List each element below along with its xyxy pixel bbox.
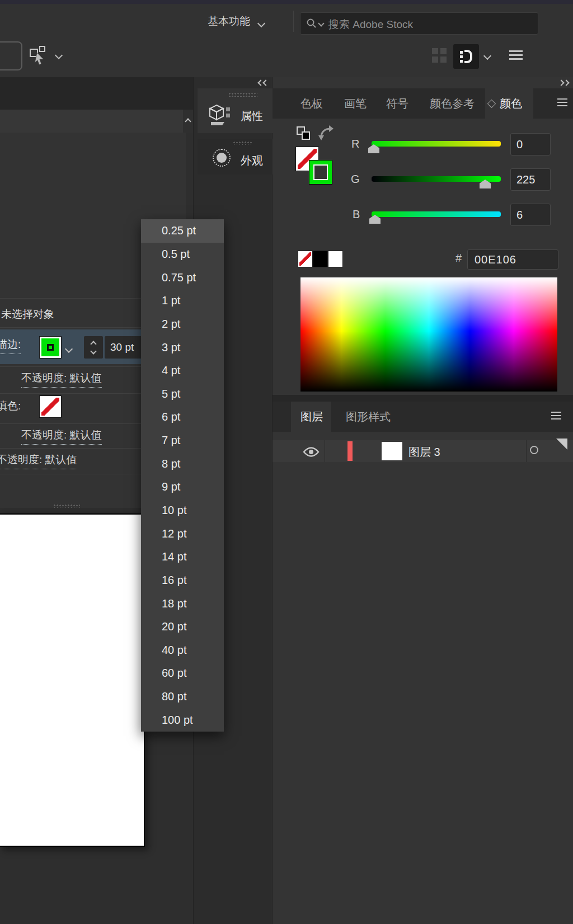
fill-opacity-row[interactable]: 不透明度: 默认值 <box>21 428 102 445</box>
menu-item-12-pt[interactable]: 12 pt <box>141 522 224 545</box>
selection-tool-chevron-icon[interactable] <box>55 51 63 59</box>
menu-item-0.75-pt[interactable]: 0.75 pt <box>141 266 224 289</box>
stroke-color-swatch[interactable] <box>39 336 62 359</box>
layer-visibility-eye-icon[interactable] <box>303 446 320 458</box>
workspace-switcher[interactable]: 基本功能 <box>208 14 250 29</box>
workspace-chevron-icon[interactable] <box>257 20 265 27</box>
dock-panel-chevron-icon[interactable] <box>483 52 491 60</box>
appearance-grip[interactable] <box>233 141 253 145</box>
dock-panel-button[interactable] <box>453 44 479 69</box>
tab-graphic-styles[interactable]: 图形样式 <box>346 409 391 425</box>
menu-item-6-pt[interactable]: 6 pt <box>141 406 224 429</box>
search-scope-chevron-icon[interactable] <box>318 20 324 26</box>
b-channel-label: B <box>353 208 360 221</box>
r-channel-label: R <box>351 138 359 150</box>
control-field-partial[interactable] <box>0 41 22 70</box>
menu-item-40-pt[interactable]: 40 pt <box>141 639 224 662</box>
properties-grip[interactable] <box>228 92 257 97</box>
menu-item-7-pt[interactable]: 7 pt <box>141 429 224 452</box>
none-swatch[interactable] <box>298 251 313 267</box>
stroke-weight-stepper[interactable] <box>84 336 103 359</box>
menu-item-4-pt[interactable]: 4 pt <box>141 359 224 383</box>
illustrator-window: 基本功能 搜索 Adobe Stock <box>0 0 573 924</box>
b-value-field[interactable]: 6 <box>510 204 551 226</box>
menu-item-8-pt[interactable]: 8 pt <box>141 452 224 475</box>
color-panel-menu-icon[interactable] <box>557 98 567 106</box>
chevron-up-icon <box>185 118 191 124</box>
menu-item-20-pt[interactable]: 20 pt <box>141 615 224 639</box>
layer-selection-color-bar <box>347 441 353 461</box>
layer-thumbnail[interactable] <box>382 442 402 460</box>
panel-collapse-button[interactable] <box>183 110 193 133</box>
stroke-opacity-row[interactable]: 不透明度: 默认值 <box>21 371 102 388</box>
collapse-dock-button[interactable] <box>259 81 268 85</box>
swap-fill-stroke-icon[interactable] <box>318 124 336 142</box>
b-slider[interactable] <box>372 211 501 217</box>
hex-value-field[interactable]: 00E106 <box>467 249 558 270</box>
menu-item-0.5-pt[interactable]: 0.5 pt <box>141 243 224 266</box>
r-slider[interactable] <box>372 141 501 147</box>
object-opacity-row[interactable]: 不透明度: 默认值 <box>0 452 77 469</box>
window-top-strip <box>0 0 573 4</box>
panel-gap <box>273 395 573 402</box>
g-slider[interactable] <box>372 176 501 182</box>
collapsed-panel-bar[interactable] <box>0 110 183 133</box>
search-icon <box>306 18 317 29</box>
menu-item-18-pt[interactable]: 18 pt <box>141 592 224 615</box>
g-channel-label: G <box>351 173 360 186</box>
tab-symbols[interactable]: 符号 <box>386 96 408 111</box>
document-top-strip <box>0 77 193 110</box>
menu-item-5-pt[interactable]: 5 pt <box>141 382 224 406</box>
menu-item-10-pt[interactable]: 10 pt <box>141 499 224 522</box>
tab-swatches[interactable]: 色板 <box>300 96 323 111</box>
stepper-down-icon[interactable] <box>90 348 96 354</box>
dock-panel-arc-icon <box>464 50 472 63</box>
layer-name[interactable]: 图层 3 <box>408 445 440 460</box>
menu-item-9-pt[interactable]: 9 pt <box>141 475 224 499</box>
fill-color-swatch-none[interactable] <box>39 395 62 418</box>
stroke-proxy-active[interactable] <box>309 160 332 185</box>
fill-label[interactable]: 填色: <box>0 399 21 413</box>
grid-view-icon[interactable] <box>432 48 447 63</box>
menu-item-3-pt[interactable]: 3 pt <box>141 336 224 359</box>
color-spectrum-picker[interactable] <box>300 277 557 392</box>
menu-item-100-pt[interactable]: 100 pt <box>141 708 224 732</box>
layer-column-divider <box>325 440 325 462</box>
stepper-up-icon[interactable] <box>90 341 96 347</box>
expand-dock-button[interactable] <box>559 81 569 85</box>
app-bar: 基本功能 搜索 Adobe Stock <box>0 4 573 35</box>
r-value-field[interactable]: 0 <box>510 133 551 155</box>
menu-item-0.25-pt[interactable]: 0.25 pt <box>141 219 224 243</box>
black-swatch[interactable] <box>313 251 328 267</box>
list-view-icon[interactable] <box>509 50 523 60</box>
layers-panel-menu-icon[interactable] <box>551 412 561 419</box>
none-diagonal-icon <box>41 398 59 416</box>
panel-resize-grip[interactable] <box>53 504 80 508</box>
menu-item-2-pt[interactable]: 2 pt <box>141 313 224 336</box>
white-swatch[interactable] <box>328 251 343 267</box>
dock-panel-icon <box>460 51 463 63</box>
stroke-label[interactable]: 描边: <box>0 337 21 354</box>
control-bar <box>0 35 573 78</box>
appearance-tab-label[interactable]: 外观 <box>241 153 263 168</box>
adobe-stock-search[interactable]: 搜索 Adobe Stock <box>300 12 538 35</box>
tab-color-guide[interactable]: 颜色参考 <box>430 96 475 111</box>
menu-item-16-pt[interactable]: 16 pt <box>141 569 224 592</box>
menu-item-60-pt[interactable]: 60 pt <box>141 662 224 685</box>
appearance-circle-icon <box>213 149 231 167</box>
stroke-weight-field[interactable]: 30 pt <box>105 336 146 359</box>
selection-tool-icon[interactable] <box>29 46 50 66</box>
layer-target-circle-icon[interactable] <box>530 446 538 454</box>
menu-item-80-pt[interactable]: 80 pt <box>141 685 224 709</box>
artboard-canvas[interactable] <box>0 513 145 847</box>
g-value-field[interactable]: 225 <box>510 168 551 191</box>
tab-color[interactable]: 颜色 <box>500 96 522 111</box>
menu-item-1-pt[interactable]: 1 pt <box>141 289 224 313</box>
chevron-left-icon <box>262 79 269 86</box>
tab-brushes[interactable]: 画笔 <box>344 96 367 111</box>
properties-tab-label[interactable]: 属性 <box>241 109 263 124</box>
stroke-weight-value: 30 pt <box>110 341 134 353</box>
menu-item-14-pt[interactable]: 14 pt <box>141 545 224 569</box>
default-fill-stroke-icon[interactable] <box>297 126 311 141</box>
tab-layers[interactable]: 图层 <box>300 409 323 425</box>
